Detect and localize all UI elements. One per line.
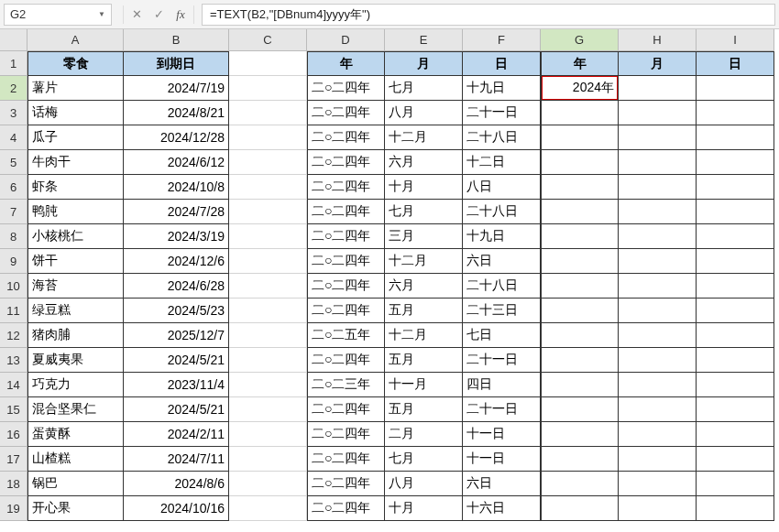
- cell-B10[interactable]: 2024/6/28: [124, 274, 229, 299]
- cell-D16[interactable]: 二○二四年: [307, 422, 385, 447]
- cell-B15[interactable]: 2024/5/21: [124, 397, 229, 422]
- cell-C6[interactable]: [229, 175, 307, 200]
- cell-A16[interactable]: 蛋黄酥: [27, 422, 124, 447]
- column-header-C[interactable]: C: [229, 29, 307, 51]
- cell-C18[interactable]: [229, 472, 307, 496]
- cell-I9[interactable]: [697, 249, 774, 274]
- cell-I17[interactable]: [697, 447, 774, 472]
- cell-A3[interactable]: 话梅: [27, 101, 124, 125]
- cell-A5[interactable]: 牛肉干: [27, 150, 124, 175]
- row-header-4[interactable]: 4: [0, 125, 27, 150]
- column-header-A[interactable]: A: [27, 29, 124, 51]
- cell-F5[interactable]: 十二日: [463, 150, 541, 175]
- cell-F12[interactable]: 七日: [463, 323, 541, 348]
- cell-H14[interactable]: [619, 373, 697, 397]
- cell-I3[interactable]: [697, 101, 774, 125]
- name-box[interactable]: G2 ▼: [4, 4, 112, 26]
- select-all-corner[interactable]: [0, 29, 27, 51]
- cell-E9[interactable]: 十二月: [385, 249, 463, 274]
- cell-C2[interactable]: [229, 76, 307, 101]
- row-header-13[interactable]: 13: [0, 348, 27, 373]
- cell-E2[interactable]: 七月: [385, 76, 463, 101]
- cell-G13[interactable]: [541, 348, 619, 373]
- column-header-H[interactable]: H: [619, 29, 697, 51]
- cell-D6[interactable]: 二○二四年: [307, 175, 385, 200]
- cell-A12[interactable]: 猪肉脯: [27, 323, 124, 348]
- row-header-15[interactable]: 15: [0, 397, 27, 422]
- cell-C1[interactable]: [229, 51, 307, 76]
- cell-F14[interactable]: 四日: [463, 373, 541, 397]
- cell-I16[interactable]: [697, 422, 774, 447]
- row-header-14[interactable]: 14: [0, 373, 27, 397]
- cell-D17[interactable]: 二○二四年: [307, 447, 385, 472]
- cell-F3[interactable]: 二十一日: [463, 101, 541, 125]
- row-header-6[interactable]: 6: [0, 175, 27, 200]
- cell-B19[interactable]: 2024/10/16: [124, 496, 229, 521]
- cell-I19[interactable]: [697, 496, 774, 521]
- cell-C12[interactable]: [229, 323, 307, 348]
- cell-F7[interactable]: 二十八日: [463, 200, 541, 224]
- cell-B7[interactable]: 2024/7/28: [124, 200, 229, 224]
- cell-C9[interactable]: [229, 249, 307, 274]
- cell-B11[interactable]: 2024/5/23: [124, 299, 229, 323]
- cell-B4[interactable]: 2024/12/28: [124, 125, 229, 150]
- cell-H16[interactable]: [619, 422, 697, 447]
- cell-G17[interactable]: [541, 447, 619, 472]
- cell-B14[interactable]: 2023/11/4: [124, 373, 229, 397]
- cell-E14[interactable]: 十一月: [385, 373, 463, 397]
- cell-B3[interactable]: 2024/8/21: [124, 101, 229, 125]
- column-header-G[interactable]: G: [541, 29, 619, 51]
- cell-H6[interactable]: [619, 175, 697, 200]
- cell-G6[interactable]: [541, 175, 619, 200]
- cell-A4[interactable]: 瓜子: [27, 125, 124, 150]
- cell-A14[interactable]: 巧克力: [27, 373, 124, 397]
- chevron-down-icon[interactable]: ▼: [98, 10, 105, 18]
- column-header-F[interactable]: F: [463, 29, 541, 51]
- cell-G4[interactable]: [541, 125, 619, 150]
- cell-F18[interactable]: 六日: [463, 472, 541, 496]
- cell-F13[interactable]: 二十一日: [463, 348, 541, 373]
- cell-B18[interactable]: 2024/8/6: [124, 472, 229, 496]
- column-header-B[interactable]: B: [124, 29, 229, 51]
- cell-G18[interactable]: [541, 472, 619, 496]
- row-header-5[interactable]: 5: [0, 150, 27, 175]
- cell-D14[interactable]: 二○二三年: [307, 373, 385, 397]
- cell-C14[interactable]: [229, 373, 307, 397]
- header-year2[interactable]: 年: [541, 51, 619, 76]
- row-header-11[interactable]: 11: [0, 299, 27, 323]
- cell-B9[interactable]: 2024/12/6: [124, 249, 229, 274]
- cell-B12[interactable]: 2025/12/7: [124, 323, 229, 348]
- cell-I11[interactable]: [697, 299, 774, 323]
- cell-E15[interactable]: 五月: [385, 397, 463, 422]
- cells-area[interactable]: 零食到期日年月日年月日薯片2024/7/19二○二四年七月十九日2024年话梅2…: [27, 51, 774, 521]
- cell-A13[interactable]: 夏威夷果: [27, 348, 124, 373]
- cell-A17[interactable]: 山楂糕: [27, 447, 124, 472]
- cell-E11[interactable]: 五月: [385, 299, 463, 323]
- cell-F15[interactable]: 二十一日: [463, 397, 541, 422]
- cell-E10[interactable]: 六月: [385, 274, 463, 299]
- cell-C16[interactable]: [229, 422, 307, 447]
- cell-H8[interactable]: [619, 224, 697, 249]
- cell-C17[interactable]: [229, 447, 307, 472]
- row-header-16[interactable]: 16: [0, 422, 27, 447]
- cell-H10[interactable]: [619, 274, 697, 299]
- cell-G7[interactable]: [541, 200, 619, 224]
- cell-H13[interactable]: [619, 348, 697, 373]
- cell-G19[interactable]: [541, 496, 619, 521]
- cell-E8[interactable]: 三月: [385, 224, 463, 249]
- cell-F19[interactable]: 十六日: [463, 496, 541, 521]
- cell-D18[interactable]: 二○二四年: [307, 472, 385, 496]
- cell-D13[interactable]: 二○二四年: [307, 348, 385, 373]
- cell-I12[interactable]: [697, 323, 774, 348]
- cell-B2[interactable]: 2024/7/19: [124, 76, 229, 101]
- row-header-7[interactable]: 7: [0, 200, 27, 224]
- row-header-3[interactable]: 3: [0, 101, 27, 125]
- cell-I5[interactable]: [697, 150, 774, 175]
- header-expiry[interactable]: 到期日: [124, 51, 229, 76]
- cell-A15[interactable]: 混合坚果仁: [27, 397, 124, 422]
- cell-A8[interactable]: 小核桃仁: [27, 224, 124, 249]
- cell-E13[interactable]: 五月: [385, 348, 463, 373]
- cell-E6[interactable]: 十月: [385, 175, 463, 200]
- cell-A18[interactable]: 锅巴: [27, 472, 124, 496]
- cell-E12[interactable]: 十二月: [385, 323, 463, 348]
